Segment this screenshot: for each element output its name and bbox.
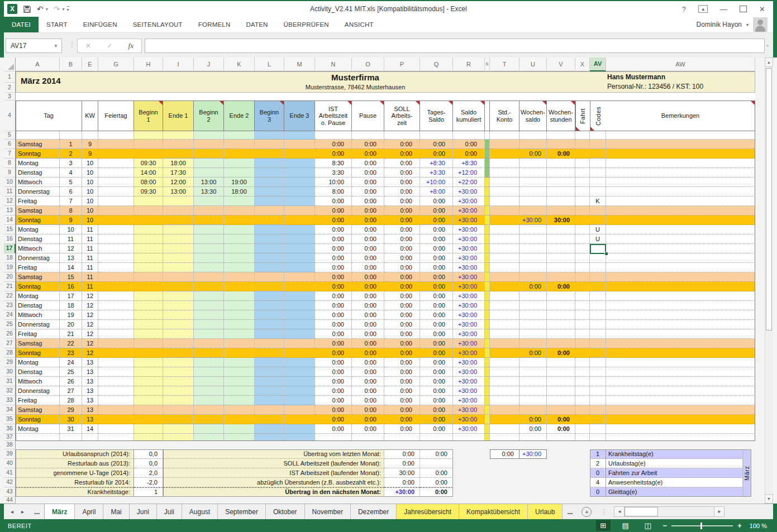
- cell-day-name[interactable]: Samstag: [16, 206, 60, 215]
- cell-ist[interactable]: 8:00: [315, 187, 352, 196]
- cell-feiertag[interactable]: [98, 377, 134, 386]
- empty-band-cell[interactable]: [98, 131, 134, 140]
- row-header-20[interactable]: 20: [4, 272, 16, 282]
- empty-row-3[interactable]: [16, 93, 755, 100]
- cell-beginn3[interactable]: [255, 291, 284, 301]
- cell-ende2[interactable]: [224, 329, 255, 339]
- zoom-out-icon[interactable]: −: [663, 521, 668, 530]
- summary-left-value[interactable]: 0,0: [134, 449, 163, 459]
- cell-ende3[interactable]: [284, 272, 315, 282]
- ribbon-tab-überprüfen[interactable]: ÜBERPRÜFEN: [276, 17, 337, 32]
- summary-left-value[interactable]: -2,0: [134, 478, 163, 487]
- cell-code[interactable]: [590, 377, 606, 386]
- cell-day-number[interactable]: 31: [60, 424, 82, 434]
- cell-kw[interactable]: 9: [82, 140, 98, 149]
- cell-soll[interactable]: 0:00: [384, 396, 420, 405]
- cell-ende2[interactable]: [224, 196, 255, 206]
- cell-wochensaldo[interactable]: 0:00: [519, 282, 547, 291]
- summary-left-value[interactable]: 1: [134, 487, 163, 497]
- cell-wochenstunden[interactable]: [547, 377, 575, 386]
- cell-day-number[interactable]: 10: [60, 225, 82, 234]
- cell-fahrt[interactable]: [575, 159, 590, 168]
- cell-beginn3[interactable]: [255, 396, 284, 405]
- table-header-beginn1[interactable]: Beginn 1: [134, 100, 163, 131]
- cell-day-number[interactable]: 13: [60, 253, 82, 263]
- cell-pause[interactable]: 0:00: [352, 234, 384, 244]
- cell-beginn3[interactable]: [255, 282, 284, 291]
- row-header-36[interactable]: 36: [4, 424, 16, 434]
- cell-std-konto[interactable]: [490, 310, 519, 320]
- cell-ende2[interactable]: [224, 386, 255, 396]
- cell-ende2[interactable]: [224, 358, 255, 367]
- cell-wochensaldo[interactable]: [519, 310, 547, 320]
- cell-beginn2[interactable]: [194, 415, 224, 424]
- cell-ende2[interactable]: [224, 377, 255, 386]
- cell-bemerkungen[interactable]: [606, 159, 755, 168]
- cell-day-number[interactable]: 12: [60, 244, 82, 253]
- cell-code[interactable]: [590, 159, 606, 168]
- cell-fahrt[interactable]: [575, 225, 590, 234]
- cell-code[interactable]: [590, 253, 606, 263]
- empty-band-cell[interactable]: [255, 131, 284, 140]
- cell-ende2[interactable]: [224, 415, 255, 424]
- column-header-AV[interactable]: AV: [590, 57, 606, 71]
- cell-soll[interactable]: 0:00: [384, 310, 420, 320]
- cell-kw[interactable]: 13: [82, 396, 98, 405]
- cell-std-konto[interactable]: [490, 234, 519, 244]
- cell-saldo-kumuliert[interactable]: +30:00: [453, 263, 485, 272]
- cell-beginn2[interactable]: [194, 424, 224, 434]
- cell-beginn2[interactable]: [194, 215, 224, 225]
- cell-pause[interactable]: 0:00: [352, 396, 384, 405]
- cell-bemerkungen[interactable]: [606, 301, 755, 310]
- cell-feiertag[interactable]: [98, 159, 134, 168]
- cell-day-number[interactable]: 28: [60, 396, 82, 405]
- cell-ende3[interactable]: [284, 206, 315, 215]
- cell-code[interactable]: [590, 168, 606, 178]
- user-dropdown-icon[interactable]: ▾: [746, 22, 749, 27]
- table-header-std_konto[interactable]: Std.- Konto: [490, 100, 519, 131]
- cell-beginn1[interactable]: [134, 140, 163, 149]
- cell-feiertag[interactable]: [98, 396, 134, 405]
- row-header-8[interactable]: 8: [4, 159, 16, 168]
- cell-feiertag[interactable]: [98, 424, 134, 434]
- cell-fahrt[interactable]: [575, 424, 590, 434]
- cell-kw[interactable]: 12: [82, 348, 98, 358]
- minimize-icon[interactable]: —: [720, 5, 727, 13]
- table-header-wochenstunden[interactable]: Wochen- stunden: [547, 100, 575, 131]
- cell-pause[interactable]: 0:00: [352, 282, 384, 291]
- cell-bemerkungen[interactable]: [606, 339, 755, 348]
- cell-fahrt[interactable]: [575, 348, 590, 358]
- sheet-tab-juli[interactable]: Juli: [157, 504, 182, 519]
- cell-bemerkungen[interactable]: [606, 234, 755, 244]
- cell-std-konto[interactable]: [490, 149, 519, 159]
- empty-band-cell[interactable]: [352, 131, 384, 140]
- cell-bemerkungen[interactable]: [606, 263, 755, 272]
- cell-day-name[interactable]: Sonntag: [16, 282, 60, 291]
- cell-day-name[interactable]: Freitag: [16, 263, 60, 272]
- cell-beginn1[interactable]: [134, 149, 163, 159]
- table-header-feiertag[interactable]: Feiertag: [98, 100, 134, 131]
- cell-beginn1[interactable]: [134, 348, 163, 358]
- cell-saldo-kumuliert[interactable]: 0:00: [453, 140, 485, 149]
- cell-fahrt[interactable]: [575, 168, 590, 178]
- cell-ist[interactable]: 0:00: [315, 339, 352, 348]
- empty-band-cell[interactable]: [134, 434, 163, 441]
- cell-beginn3[interactable]: [255, 386, 284, 396]
- cell-ende1[interactable]: 18:00: [163, 159, 194, 168]
- cell-std-konto[interactable]: [490, 358, 519, 367]
- table-header-pause[interactable]: Pause: [352, 100, 384, 131]
- cell-ist[interactable]: 0:00: [315, 140, 352, 149]
- ribbon-tab-start[interactable]: START: [39, 17, 75, 32]
- cell-saldo-kumuliert[interactable]: +30:00: [453, 348, 485, 358]
- sheet-tab-november[interactable]: November: [305, 504, 351, 519]
- cell-day-number[interactable]: 27: [60, 386, 82, 396]
- cell-pause[interactable]: 0:00: [352, 196, 384, 206]
- cell-pause[interactable]: 0:00: [352, 348, 384, 358]
- cell-ende2[interactable]: [224, 149, 255, 159]
- cell-ende3[interactable]: [284, 140, 315, 149]
- cell-std-konto[interactable]: [490, 178, 519, 187]
- cell-saldo-kumuliert[interactable]: +30:00: [453, 405, 485, 415]
- cell-wochenstunden[interactable]: [547, 263, 575, 272]
- cell-beginn1[interactable]: [134, 367, 163, 377]
- cell-beginn3[interactable]: [255, 320, 284, 329]
